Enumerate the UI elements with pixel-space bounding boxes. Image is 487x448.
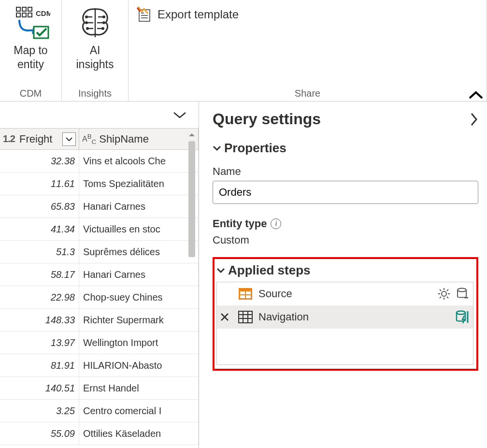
chevron-down-icon: [213, 145, 221, 152]
ribbon-group-share: Export template Share: [129, 0, 487, 101]
export-template-button[interactable]: Export template: [133, 5, 241, 24]
svg-point-9: [85, 21, 88, 24]
cell-ship: Chop-suey Chines: [79, 286, 199, 308]
cell-ship: Richter Supermark: [79, 309, 199, 331]
ribbon: CDM Map to entity CDM: [0, 0, 487, 101]
table-row[interactable]: 22.98Chop-suey Chines: [0, 286, 199, 309]
cell-freight: 58.17: [0, 263, 79, 286]
cell-ship: Victuailles en stoc: [79, 218, 199, 240]
formula-expand-button[interactable]: [166, 109, 194, 121]
database-live-icon[interactable]: [455, 310, 469, 324]
ribbon-group-insights: AI insights Insights: [62, 0, 129, 101]
ribbon-group-cdm-title: CDM: [5, 88, 57, 100]
cell-freight: 3.25: [0, 400, 79, 422]
grid-scrollbar[interactable]: [186, 130, 198, 405]
cell-freight: 65.83: [0, 195, 79, 217]
query-name-input[interactable]: [213, 181, 478, 204]
properties-label: Properties: [224, 141, 286, 156]
applied-steps-section-toggle[interactable]: Applied steps: [216, 263, 473, 278]
table-row[interactable]: 3.25Centro comercial I: [0, 400, 199, 422]
svg-line-30: [447, 289, 448, 291]
svg-rect-21: [240, 295, 245, 298]
svg-line-29: [447, 297, 448, 298]
cell-ship: Ottilies Käseladen: [79, 422, 199, 445]
table-row[interactable]: 81.91HILARION-Abasto: [0, 354, 199, 377]
query-settings-title: Query settings: [213, 110, 321, 128]
database-icon[interactable]: [456, 287, 469, 301]
gear-icon[interactable]: [437, 287, 451, 301]
entity-type-label: Entity type: [213, 217, 267, 230]
grid-body: 32.38Vins et alcools Che 11.61Toms Spezi…: [0, 150, 199, 445]
table-row[interactable]: 148.33Richter Supermark: [0, 309, 199, 332]
scroll-thumb[interactable]: [188, 141, 195, 257]
properties-section-toggle[interactable]: Properties: [213, 141, 478, 156]
cell-ship: Toms Spezialitäten: [79, 173, 199, 195]
svg-text:CDM: CDM: [36, 9, 50, 17]
data-preview-panel: 1.2 Freight ABC ShipName 32.38Vins et al…: [0, 101, 199, 448]
collapse-ribbon-button[interactable]: [469, 90, 483, 100]
cell-ship: Vins et alcools Che: [79, 150, 199, 172]
delete-step-button[interactable]: [220, 312, 232, 322]
decimal-type-icon: 1.2: [3, 133, 16, 145]
table-row[interactable]: 51.3Suprêmes délices: [0, 241, 199, 263]
chevron-down-icon: [216, 267, 225, 274]
table-outline-icon: [237, 311, 254, 323]
svg-rect-22: [246, 295, 251, 298]
main-area: 1.2 Freight ABC ShipName 32.38Vins et al…: [0, 101, 487, 448]
formula-bar: [0, 101, 199, 129]
ribbon-group-share-title: Share: [133, 88, 482, 100]
info-icon[interactable]: i: [271, 218, 281, 229]
scroll-up-icon[interactable]: [186, 130, 198, 140]
svg-rect-19: [240, 291, 245, 294]
cell-ship: Suprêmes délices: [79, 241, 199, 263]
column-header-freight[interactable]: 1.2 Freight: [0, 129, 79, 149]
data-grid: 1.2 Freight ABC ShipName 32.38Vins et al…: [0, 129, 199, 448]
cell-ship: Hanari Carnes: [79, 195, 199, 217]
table-row[interactable]: 13.97Wellington Import: [0, 332, 199, 354]
name-label: Name: [213, 165, 478, 178]
table-row[interactable]: 140.51Ernst Handel: [0, 377, 199, 400]
cell-freight: 11.61: [0, 173, 79, 195]
query-settings-collapse-button[interactable]: [470, 112, 478, 127]
ai-insights-button[interactable]: AI insights: [71, 2, 119, 72]
cell-ship: Ernst Handel: [79, 377, 199, 399]
svg-point-10: [86, 27, 89, 30]
cell-freight: 148.33: [0, 309, 79, 331]
svg-rect-3: [16, 13, 20, 17]
table-row[interactable]: 58.17Hanari Carnes: [0, 263, 199, 286]
svg-rect-5: [28, 13, 32, 17]
table-row[interactable]: 41.34Victuailles en stoc: [0, 218, 199, 241]
table-row[interactable]: 32.38Vins et alcools Che: [0, 150, 199, 173]
cell-freight: 41.34: [0, 218, 79, 240]
svg-line-31: [440, 297, 441, 298]
ribbon-group-cdm: CDM Map to entity CDM: [0, 0, 62, 101]
ribbon-group-insights-title: Insights: [67, 88, 123, 100]
text-type-icon: ABC: [82, 133, 96, 145]
svg-rect-0: [16, 7, 20, 11]
svg-rect-1: [22, 7, 26, 11]
svg-point-8: [85, 15, 88, 18]
map-to-entity-button[interactable]: CDM Map to entity: [7, 2, 55, 72]
table-row[interactable]: 55.09Ottilies Käseladen: [0, 422, 199, 445]
column-header-shipname-label: ShipName: [99, 133, 149, 145]
cell-ship: Centro comercial I: [79, 400, 199, 422]
step-navigation[interactable]: Navigation: [217, 305, 473, 329]
table-row[interactable]: 11.61Toms Spezialitäten: [0, 173, 199, 195]
entity-type-value: Custom: [213, 234, 478, 246]
query-settings-panel: Query settings Properties Name Entity ty…: [199, 101, 487, 448]
svg-rect-4: [22, 13, 26, 17]
cell-freight: 51.3: [0, 241, 79, 263]
applied-steps-list: Source: [216, 282, 473, 365]
svg-rect-20: [246, 291, 251, 294]
svg-rect-17: [141, 17, 148, 18]
map-to-entity-label: Map to entity: [14, 43, 47, 72]
export-template-icon: [135, 6, 153, 23]
applied-steps-label: Applied steps: [228, 263, 310, 278]
step-source[interactable]: Source: [217, 282, 473, 305]
column-header-shipname[interactable]: ABC ShipName: [79, 129, 199, 149]
grid-header: 1.2 Freight ABC ShipName: [0, 129, 199, 150]
column-filter-freight[interactable]: [62, 132, 76, 146]
svg-rect-15: [141, 13, 144, 14]
cell-freight: 22.98: [0, 286, 79, 308]
table-row[interactable]: 65.83Hanari Carnes: [0, 195, 199, 218]
